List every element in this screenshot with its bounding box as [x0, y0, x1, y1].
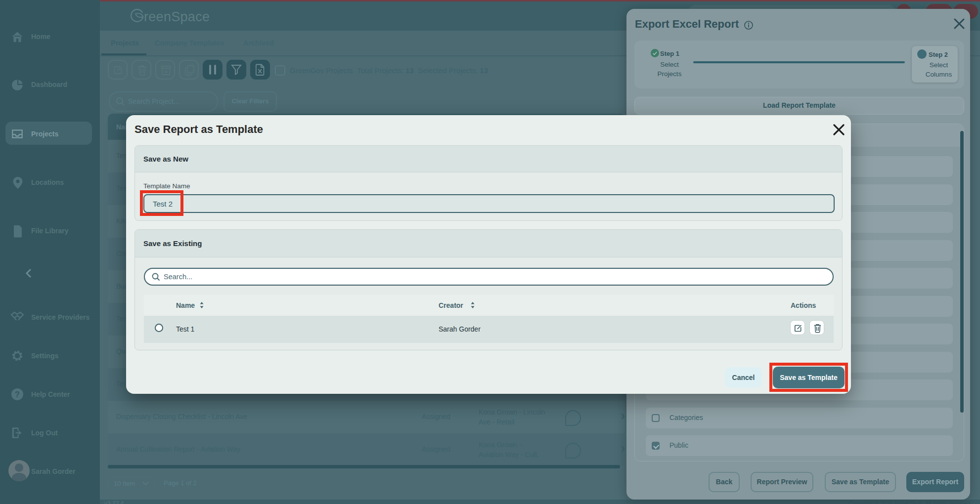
svg-text:?: ?: [15, 390, 20, 399]
svg-text:reenSpace: reenSpace: [144, 9, 210, 24]
